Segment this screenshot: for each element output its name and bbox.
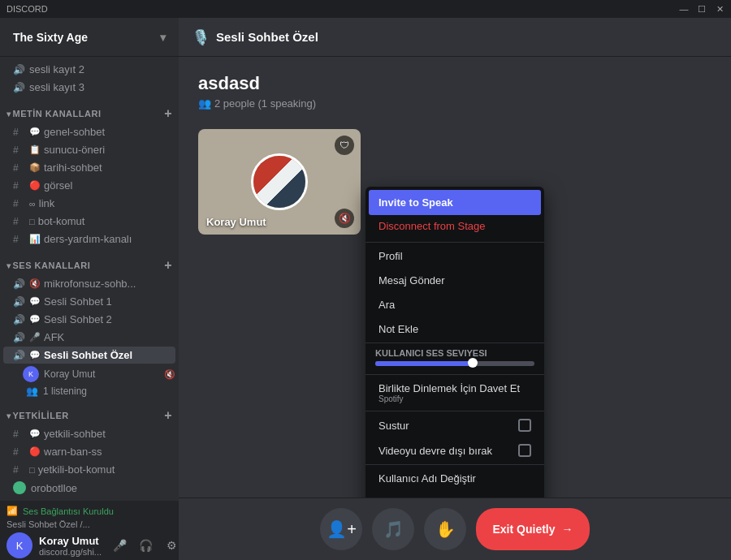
context-menu-overlay[interactable]: Invite to Speak Disconnect from Stage Pr… bbox=[179, 57, 731, 498]
voice-channel-users: K Koray Umut 🔇 👥 1 listening bbox=[0, 364, 179, 398]
exit-label: Exit Quietly bbox=[492, 523, 555, 536]
ctx-kullanici-adi[interactable]: Kullanıcı Adı Değiştir bbox=[369, 467, 541, 490]
hash-icon: # bbox=[13, 464, 26, 476]
mic-button[interactable]: 🎤 bbox=[108, 534, 131, 557]
hash-icon: # bbox=[13, 180, 26, 192]
channel-label: link bbox=[39, 197, 55, 209]
sidebar-item-sesli-sohbet-ozel[interactable]: 🔊 💬 Sesli Sohbet Özel bbox=[3, 347, 175, 364]
volume-slider[interactable] bbox=[375, 361, 534, 366]
moderators-header[interactable]: ▾ YETKİLİLER + bbox=[0, 405, 179, 424]
voice-user-name: Koray Umut bbox=[44, 368, 95, 380]
ctx-top-section: Invite to Speak Disconnect from Stage bbox=[366, 187, 544, 240]
channel-label: yetkili-sohbet bbox=[44, 428, 106, 440]
hash-icon: # bbox=[13, 162, 26, 174]
voice-channel-name: Sesli Sohbet Özel /... bbox=[6, 519, 172, 529]
ctx-divider bbox=[366, 242, 544, 243]
slider-thumb bbox=[468, 358, 478, 368]
invite-to-speak-button[interactable]: Invite to Speak bbox=[369, 190, 541, 215]
main-content: 🎙️ Sesli Sohbet Özel asdasd 👥 2 people (… bbox=[179, 18, 731, 560]
activity-button[interactable]: 🎵 bbox=[372, 508, 414, 550]
minimize-button[interactable]: — bbox=[679, 4, 689, 14]
toggle-icon: ▾ bbox=[6, 261, 11, 270]
settings-button[interactable]: ⚙ bbox=[160, 534, 179, 557]
disconnect-from-stage-button[interactable]: Disconnect from Stage bbox=[369, 215, 541, 237]
sidebar-item-orobotlloe[interactable]: orobotlloe bbox=[3, 479, 175, 497]
channel-item-sesli-kayit-2[interactable]: 🔊 sesli kayıt 2 bbox=[3, 61, 175, 78]
ctx-item-label: Sunucuya Davet Et bbox=[378, 497, 469, 498]
voice-icon: 🔊 bbox=[13, 64, 26, 75]
add-text-channel-button[interactable]: + bbox=[164, 106, 172, 121]
sidebar-item-sesli-sohbet-1[interactable]: 🔊 💬 Sesli Sohbet 1 bbox=[3, 293, 175, 310]
headset-button[interactable]: 🎧 bbox=[134, 534, 157, 557]
voice-connected-status: 📶 Ses Bağlantısı Kuruldu bbox=[6, 506, 172, 516]
window-controls[interactable]: — ☐ ✕ bbox=[679, 4, 725, 14]
sidebar-item-mikrofonsuz[interactable]: 🔊 🔇 mikrofonsuz-sohb... bbox=[3, 275, 175, 292]
sidebar-item-tarihi-sohbet[interactable]: # 📦 tarihi-sohbet bbox=[3, 159, 175, 176]
ctx-sustur[interactable]: Sustur bbox=[369, 413, 541, 437]
ctx-video-devre-disi[interactable]: Videoyu devre dışı bırak bbox=[369, 438, 541, 463]
sidebar-item-bot-komut[interactable]: # □ bot-komut bbox=[3, 213, 175, 230]
sidebar-item-genel-sohbet[interactable]: # 💬 genel-sohbet bbox=[3, 123, 175, 140]
channel-item-sesli-kayit-3[interactable]: 🔊 sesli kayıt 3 bbox=[3, 79, 175, 96]
toggle-icon: ▾ bbox=[6, 411, 11, 420]
sidebar-item-afk[interactable]: 🔊 🎤 AFK bbox=[3, 329, 175, 346]
ctx-ara[interactable]: Ara bbox=[369, 293, 541, 317]
voice-icon: 🔊 bbox=[13, 332, 26, 343]
app-body: The Sixty Age ▾ 🔊 sesli kayıt 2 🔊 sesli … bbox=[0, 18, 731, 560]
channel-label: warn-ban-ss bbox=[44, 446, 102, 458]
ctx-birlikte-dinle[interactable]: Birlikte Dinlemek İçin Davet Et Spotify bbox=[369, 377, 541, 409]
sidebar-item-link[interactable]: # ∞ link bbox=[3, 195, 175, 212]
server-header[interactable]: The Sixty Age ▾ bbox=[0, 18, 179, 57]
chevron-down-icon: ▾ bbox=[160, 31, 166, 44]
voice-icon: 🔊 bbox=[13, 314, 26, 325]
maximize-button[interactable]: ☐ bbox=[697, 4, 707, 14]
add-friend-button[interactable]: 👤+ bbox=[320, 508, 362, 550]
ctx-not-ekle[interactable]: Not Ekle bbox=[369, 317, 541, 341]
exit-arrow-icon: → bbox=[562, 523, 573, 536]
moderators-section: ▾ YETKİLİLER + # 💬 yetkili-sohbet # 🔴 wa… bbox=[0, 402, 179, 501]
sidebar-item-yetkili-bot-komut[interactable]: # □ yetkili-bot-komut bbox=[3, 461, 175, 478]
voice-icon: 🔊 bbox=[13, 296, 26, 308]
sidebar-item-sunucu-oneri[interactable]: # 📋 sunucu-öneri bbox=[3, 141, 175, 158]
ctx-mesaj-gonder[interactable]: Mesaj Gönder bbox=[369, 269, 541, 292]
sidebar-item-ders-yardim[interactable]: # 📊 ders-yardım-kanalı bbox=[3, 230, 175, 248]
ctx-sunucuya-davet[interactable]: Sunucuya Davet Et › bbox=[369, 491, 541, 498]
exit-quietly-button[interactable]: Exit Quietly → bbox=[476, 508, 589, 550]
sidebar-item-warn-ban-ss[interactable]: # 🔴 warn-ban-ss bbox=[3, 443, 175, 460]
section-label: METİN KANALLARI bbox=[13, 109, 102, 118]
text-channels-header[interactable]: ▾ METİN KANALLARI + bbox=[0, 103, 179, 123]
channel-name: sesli kayıt 2 bbox=[29, 63, 84, 75]
hash-icon: # bbox=[13, 234, 26, 245]
add-mod-channel-button[interactable]: + bbox=[164, 408, 172, 423]
sidebar-item-yetkili-sohbet[interactable]: # 💬 yetkili-sohbet bbox=[3, 425, 175, 442]
close-button[interactable]: ✕ bbox=[715, 4, 725, 14]
add-voice-channel-button[interactable]: + bbox=[164, 258, 172, 273]
mute-icon: 🔇 bbox=[164, 369, 175, 380]
channel-label: mikrofonsuz-sohb... bbox=[44, 278, 136, 290]
raise-hand-button[interactable]: ✋ bbox=[424, 508, 466, 550]
video-checkbox[interactable] bbox=[518, 444, 531, 457]
sidebar-item-sesli-sohbet-2[interactable]: 🔊 💬 Sesli Sohbet 2 bbox=[3, 311, 175, 328]
voice-status-label: Ses Bağlantısı Kuruldu bbox=[23, 506, 114, 516]
sustur-checkbox[interactable] bbox=[518, 419, 531, 432]
ctx-item-label: Not Ekle bbox=[378, 323, 418, 335]
ctx-divider bbox=[366, 374, 544, 375]
voice-channels-header[interactable]: ▾ SES KANALLARI + bbox=[0, 255, 179, 274]
ctx-divider bbox=[366, 342, 544, 343]
channel-name: Sesli Sohbet Özel bbox=[216, 30, 318, 44]
titlebar: DISCORD — ☐ ✕ bbox=[0, 0, 731, 18]
channel-label: Sesli Sohbet Özel bbox=[44, 349, 132, 361]
bot-status-icon bbox=[13, 481, 26, 494]
avatar: K bbox=[23, 366, 39, 382]
ctx-volume-section: Kullanıcı Ses Seviyesi bbox=[366, 345, 544, 373]
ctx-profil[interactable]: Profil bbox=[369, 244, 541, 268]
signal-icon: 📶 bbox=[6, 506, 18, 516]
ctx-divider bbox=[366, 411, 544, 411]
sidebar-item-gorsel[interactable]: # 🔴 görsel bbox=[3, 177, 175, 194]
sidebar: The Sixty Age ▾ 🔊 sesli kayıt 2 🔊 sesli … bbox=[0, 18, 179, 560]
channel-header: 🎙️ Sesli Sohbet Özel bbox=[179, 18, 731, 57]
voice-user-koray-umut[interactable]: K Koray Umut 🔇 bbox=[19, 364, 179, 384]
channel-label: sunucu-öneri bbox=[44, 144, 105, 156]
channel-label: Sesli Sohbet 2 bbox=[44, 313, 112, 325]
channel-label: Sesli Sohbet 1 bbox=[44, 295, 112, 308]
